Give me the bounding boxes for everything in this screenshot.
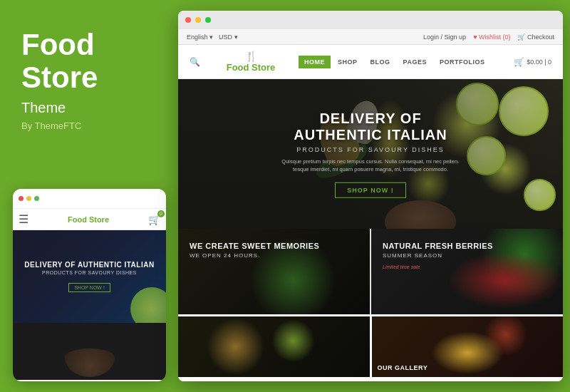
mobile-hero-title: DELIVERY OF AUTHENTIC ITALIAN	[24, 261, 154, 269]
language-selector[interactable]: English ▾	[187, 33, 213, 41]
mobile-bowl-decoration	[65, 349, 115, 377]
app-subtitle: Theme	[21, 100, 155, 116]
nav-item-shop[interactable]: SHOP	[332, 56, 363, 68]
util-left: English ▾ USD ▾	[187, 33, 238, 41]
gallery-item-2: OUR GALLERY	[372, 316, 564, 377]
cart-widget[interactable]: 🛒 $0.00 | 0	[514, 57, 551, 67]
gallery-row: OUR GALLERY	[178, 314, 563, 377]
browser-mockup: English ▾ USD ▾ Login / Sign up ♥ Wishli…	[178, 11, 563, 381]
hero-content: DELIVERY OF AUTHENTIC ITALIAN PRODUCTS F…	[274, 110, 467, 198]
card-1-content: WE CREATE SWEET MEMORIES WE OPEN 24 HOUR…	[178, 229, 370, 277]
cards-section: WE CREATE SWEET MEMORIES WE OPEN 24 HOUR…	[178, 229, 563, 314]
cart-icon: 🛒	[514, 57, 524, 67]
hero-subtitle: PRODUCTS FOR SAVOURY DISHES	[274, 146, 467, 153]
site-logo[interactable]: 🍴 Food Store	[227, 51, 276, 73]
card-1-sub: WE OPEN 24 HOURS.	[190, 252, 358, 259]
login-link[interactable]: Login / Sign up	[423, 33, 466, 41]
mobile-cart-badge: 0	[157, 210, 165, 217]
nav-item-home[interactable]: HOME	[299, 56, 331, 68]
mobile-dot-yellow	[26, 196, 31, 201]
main-navigation: 🔍 🍴 Food Store HOME SHOP BLOG PAGES PORT…	[178, 45, 563, 79]
nav-item-pages[interactable]: PAGES	[398, 56, 432, 68]
mobile-hero: DELIVERY OF AUTHENTIC ITALIAN PRODUCTS F…	[13, 230, 166, 323]
logo-text: Food Store	[227, 62, 276, 73]
hero-section: DELIVERY OF AUTHENTIC ITALIAN PRODUCTS F…	[178, 79, 563, 229]
nav-menu: HOME SHOP BLOG PAGES PORTFOLIOS	[299, 56, 490, 68]
checkout-link[interactable]: 🛒 Checkout	[517, 33, 554, 41]
card-1-title: WE CREATE SWEET MEMORIES	[190, 242, 358, 250]
hero-description: Quisque pretium turpis nec tempus cursus…	[274, 158, 467, 174]
browser-dot-red[interactable]	[185, 17, 191, 23]
app-by: By ThemeFTC	[21, 120, 155, 131]
app-title: Food Store	[21, 29, 155, 94]
mobile-dot-green	[34, 196, 39, 201]
card-sweet-memories: WE CREATE SWEET MEMORIES WE OPEN 24 HOUR…	[178, 229, 370, 314]
mobile-hamburger-icon: ☰	[19, 212, 28, 226]
browser-dot-yellow[interactable]	[195, 17, 201, 23]
card-2-sub: SUMMER SEASON	[383, 252, 551, 259]
mobile-cart-icon: 🛒 0	[148, 214, 160, 225]
left-panel: Food Store Theme By ThemeFTC ☰ Food Stor…	[0, 0, 177, 392]
nav-item-portfolios[interactable]: PORTFOLIOS	[434, 56, 491, 68]
currency-selector[interactable]: USD ▾	[219, 33, 238, 41]
card-2-badge: Limited time sale	[383, 264, 551, 269]
mobile-mockup: ☰ Food Store 🛒 0 DELIVERY OF AUTHENTIC I…	[13, 189, 166, 381]
cart-amount: $0.00 | 0	[527, 58, 551, 66]
mobile-logo: Food Store	[68, 215, 109, 224]
browser-chrome	[178, 11, 563, 29]
mobile-dot-red	[19, 196, 24, 201]
browser-dot-green[interactable]	[205, 17, 211, 23]
search-icon[interactable]: 🔍	[190, 57, 200, 67]
gallery-label-2: OUR GALLERY	[378, 364, 428, 371]
mobile-hero-content: DELIVERY OF AUTHENTIC ITALIAN PRODUCTS F…	[24, 261, 154, 292]
utility-bar: English ▾ USD ▾ Login / Sign up ♥ Wishli…	[178, 29, 563, 45]
mobile-nav-bar: ☰ Food Store 🛒 0	[13, 209, 166, 230]
logo-icon: 🍴	[245, 51, 257, 62]
hero-title: DELIVERY OF AUTHENTIC ITALIAN	[274, 110, 467, 143]
mobile-top-bar	[13, 189, 166, 209]
nav-item-blog[interactable]: BLOG	[365, 56, 396, 68]
card-fresh-berries: NATURAL FRESH BERRIES SUMMER SEASON Limi…	[371, 229, 563, 314]
mobile-shop-now-button[interactable]: SHOP NOW !	[68, 283, 110, 292]
util-right: Login / Sign up ♥ Wishlist (0) 🛒 Checkou…	[423, 33, 554, 41]
gallery-food-1	[178, 316, 370, 377]
website-content: English ▾ USD ▾ Login / Sign up ♥ Wishli…	[178, 29, 563, 381]
wishlist-link[interactable]: ♥ Wishlist (0)	[473, 33, 510, 41]
hero-shop-now-button[interactable]: SHOP NOW !	[335, 182, 405, 197]
mobile-bottom	[13, 323, 166, 380]
card-2-content: NATURAL FRESH BERRIES SUMMER SEASON Limi…	[371, 229, 563, 282]
mobile-window-dots	[19, 196, 39, 201]
card-2-title: NATURAL FRESH BERRIES	[383, 242, 551, 250]
gallery-item-1	[178, 316, 370, 377]
mobile-hero-sub: PRODUCTS FOR SAVOURY DISHES	[24, 270, 154, 275]
